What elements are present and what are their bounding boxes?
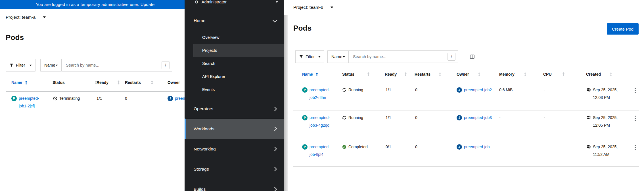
pod-created-cell: Sep 25, 2025, 11:52 AM: [587, 143, 626, 158]
project-selector-label: Project: team-a: [6, 15, 35, 20]
pod-link[interactable]: preempted-job-tlpl4: [310, 143, 331, 158]
pod-table-row: P preempted-job2-rlfhn Running 1/1 0 J p…: [293, 83, 639, 111]
chevron-down-icon: [30, 65, 32, 66]
filter-label: Filter: [16, 63, 25, 67]
search-attribute-label: Name: [44, 63, 55, 67]
globe-timestamp-icon: [587, 145, 591, 149]
column-header-status[interactable]: Status: [53, 80, 97, 85]
nav-section-builds[interactable]: Builds: [185, 179, 284, 191]
globe-timestamp-icon: [587, 88, 591, 92]
pod-restarts-cell: 0: [415, 114, 417, 122]
chevron-down-icon: [56, 65, 58, 66]
perspective-gear-icon: ⚙: [195, 0, 198, 4]
nav-item-projects[interactable]: Projects: [193, 44, 284, 57]
pod-created-text: Sep 25, 2025, 11:52 AM: [593, 143, 625, 158]
chevron-right-icon: [273, 127, 277, 131]
nav-section-operators[interactable]: Operators: [185, 99, 284, 118]
pod-memory-cell: 0.6 MiB: [499, 86, 513, 94]
pod-restarts-cell: 0: [415, 86, 417, 94]
pod-memory-cell: -: [499, 143, 501, 151]
filter-dropdown[interactable]: Filter: [295, 50, 324, 63]
create-pod-button[interactable]: Create Pod: [607, 23, 639, 35]
kebab-menu-button[interactable]: [633, 114, 637, 122]
column-header-memory[interactable]: Memory: [499, 72, 526, 77]
pod-owner-cell: J preempted-job2: [457, 86, 492, 94]
pod-name-cell: P preempted-job1-2jcfj: [11, 95, 41, 110]
terminating-ban-icon: [53, 96, 57, 101]
sort-ascending-icon: [315, 73, 318, 76]
sort-both-icon: [117, 80, 120, 84]
column-header-cpu[interactable]: CPU: [543, 72, 565, 77]
nav-section-storage[interactable]: Storage: [185, 159, 284, 179]
job-badge: J: [457, 115, 462, 120]
search-box: /: [349, 50, 458, 63]
pod-table-row: P preempted-job3-4g2qq Running 1/1 0 J p…: [293, 111, 639, 140]
sort-both-icon: [524, 72, 526, 76]
owner-link[interactable]: preempted-job: [464, 143, 492, 151]
search-input[interactable]: [62, 63, 162, 67]
project-selector-team-a[interactable]: Project: team-a: [0, 9, 185, 26]
sort-both-icon: [367, 72, 370, 76]
pod-link[interactable]: preempted-job2-rlfhn: [310, 86, 331, 101]
chevron-down-icon: [318, 56, 321, 58]
filter-label: Filter: [306, 54, 315, 59]
search-attribute-dropdown[interactable]: Name: [40, 59, 62, 71]
owner-link[interactable]: preempted-job3: [464, 114, 492, 122]
project-selector-team-b[interactable]: Project: team-b: [284, 0, 644, 15]
pod-restarts-cell: 0: [415, 143, 417, 151]
slash-shortcut-key: /: [162, 61, 170, 69]
column-header-created[interactable]: Created: [586, 72, 612, 77]
search-input[interactable]: [349, 54, 448, 59]
chevron-right-icon: [273, 187, 277, 191]
sort-both-icon: [478, 72, 480, 76]
kebab-menu-button[interactable]: [633, 86, 637, 95]
column-header-owner[interactable]: Owner: [457, 72, 480, 77]
column-header-ready[interactable]: Ready: [97, 80, 120, 85]
chevron-down-icon: [331, 7, 333, 8]
column-header-restarts[interactable]: Restarts: [125, 80, 153, 85]
pod-badge: P: [302, 115, 308, 120]
window-edge-scrollbar[interactable]: [284, 0, 288, 191]
nav-item-api-explorer[interactable]: API Explorer: [193, 70, 284, 83]
nav-item-events[interactable]: Events: [193, 83, 284, 96]
nav-item-search[interactable]: Search: [193, 57, 284, 70]
search-attribute-dropdown[interactable]: Name: [327, 50, 349, 63]
owner-link[interactable]: preempted-job2: [464, 86, 492, 94]
pod-memory-cell: -: [499, 114, 501, 122]
search-box: /: [62, 59, 172, 71]
pod-owner-cell: J preempted-job3: [457, 114, 492, 122]
nav-item-overview[interactable]: Overview: [193, 31, 284, 44]
nav-section-workloads[interactable]: Workloads: [185, 118, 284, 139]
kebab-menu-button[interactable]: [633, 143, 637, 152]
chevron-down-icon: [276, 1, 278, 3]
pod-status-cell: Terminating: [53, 95, 80, 102]
column-header-owner[interactable]: Owner: [168, 80, 180, 85]
pod-cpu-cell: -: [544, 143, 545, 151]
running-sync-icon: [342, 88, 346, 92]
column-header-name[interactable]: Name: [302, 72, 318, 77]
column-header-status[interactable]: Status: [342, 72, 370, 77]
pod-owner-cell: J preempted-job1: [168, 95, 185, 102]
job-badge: J: [457, 87, 462, 93]
screenshot-stage: You are logged in as a temporary adminis…: [0, 0, 644, 191]
pod-name-cell: P preempted-job3-4g2qq: [302, 114, 333, 129]
chevron-right-icon: [273, 147, 277, 151]
globe-timestamp-icon: [587, 115, 591, 120]
nav-section-home[interactable]: Home: [185, 14, 284, 27]
pod-link[interactable]: preempted-job1-2jcfj: [19, 95, 39, 110]
pod-created-cell: Sep 25, 2025, 12:05 PM: [587, 114, 626, 129]
pod-restarts-cell: 0: [125, 95, 127, 102]
pod-link[interactable]: preempted-job3-4g2qq: [310, 114, 331, 129]
column-header-restarts[interactable]: Restarts: [415, 72, 441, 77]
job-badge: J: [457, 144, 462, 150]
manage-columns-button[interactable]: [468, 53, 476, 61]
sort-both-icon: [439, 72, 441, 76]
filter-dropdown[interactable]: Filter: [6, 59, 35, 71]
slash-shortcut-key: /: [448, 53, 455, 61]
owner-link[interactable]: preempted-job1: [175, 95, 185, 102]
nav-section-networking[interactable]: Networking: [185, 139, 284, 159]
column-header-name[interactable]: Name: [11, 80, 28, 85]
column-header-ready[interactable]: Ready: [385, 72, 407, 77]
pod-cpu-cell: -: [544, 114, 545, 122]
perspective-switcher[interactable]: ⚙ Administrator: [185, 0, 284, 11]
